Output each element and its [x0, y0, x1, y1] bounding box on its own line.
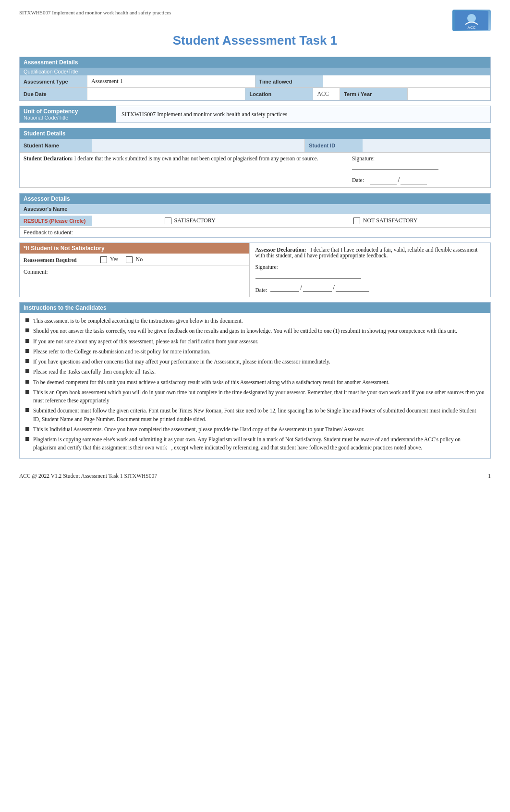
reassessment-label: Reassessment Required — [24, 257, 96, 263]
header-subtitle: SITXWHS007 Implement and monitor work he… — [19, 10, 171, 15]
instructions-section: Instructions to the Candidates This asse… — [19, 302, 491, 459]
uoc-national-code-label: National Code/Title — [24, 115, 112, 121]
assessor-date-label: Date: — [255, 287, 267, 293]
assessor-declaration-panel: Assessor Declaration: I declare that I h… — [250, 243, 491, 297]
assessor-signature-area: Signature: — [255, 264, 485, 279]
assessment-details-header: Assessment Details — [20, 57, 490, 68]
student-name-input[interactable] — [92, 139, 305, 152]
satisfactory-option[interactable]: SATISFACTORY — [165, 217, 216, 224]
not-satisfactory-section: *If Student is Not Satisfactory Reassess… — [19, 242, 491, 297]
bullet-icon — [25, 380, 29, 384]
due-date-value — [87, 88, 245, 100]
not-satisfactory-checkbox[interactable] — [353, 218, 360, 224]
student-details-section: Student Details Student Name Student ID … — [19, 128, 491, 188]
time-allowed-label: Time allowed — [255, 75, 323, 87]
assessment-type-label: Assessment Type — [20, 75, 87, 87]
not-sat-inner: *If Student is Not Satisfactory Reassess… — [20, 243, 490, 297]
bullet-icon — [25, 328, 29, 332]
qualification-label: Qualification Code/Title — [20, 68, 490, 75]
time-allowed-value — [323, 75, 491, 87]
declaration-body: I declare that the work submitted is my … — [74, 156, 318, 161]
assessor-details-section: Assessor Details Assessor's Name RESULTS… — [19, 193, 491, 238]
list-item: Plagiarism is copying someone else's wor… — [25, 436, 485, 452]
location-label: Location — [245, 88, 313, 100]
comment-area: Comment: — [20, 266, 249, 290]
date-area: Date: / — [352, 174, 486, 184]
footer-left: ACC @ 2022 V1.2 Student Assessment Task … — [19, 473, 157, 479]
uoc-header: Unit of Competency National Code/Title — [20, 106, 116, 122]
satisfactory-checkbox[interactable] — [165, 218, 171, 224]
assessor-details-header: Assessor Details — [20, 194, 490, 204]
comment-label: Comment: — [24, 268, 48, 275]
uoc-title: Unit of Competency — [24, 108, 112, 115]
due-date-label: Due Date — [20, 88, 87, 100]
not-sat-header: *If Student is Not Satisfactory — [20, 243, 249, 254]
no-option[interactable]: No — [126, 256, 143, 263]
assessors-name-label: Assessor's Name — [20, 204, 490, 214]
date-label: Date: — [352, 177, 364, 183]
no-checkbox[interactable] — [126, 256, 133, 263]
instructions-list: This assessment is to be completed accor… — [25, 317, 485, 452]
bullet-icon — [25, 427, 29, 431]
bullet-icon — [25, 408, 29, 412]
signature-input[interactable] — [352, 161, 438, 170]
svg-point-1 — [467, 14, 476, 23]
assessment-type-value: Assessment 1 — [87, 75, 255, 87]
satisfactory-label: SATISFACTORY — [174, 217, 216, 224]
bullet-icon — [25, 390, 29, 394]
page-header: SITXWHS007 Implement and monitor work he… — [19, 10, 491, 31]
results-label: RESULTS (Please Circle) — [20, 216, 92, 226]
student-declaration-text: Student Declaration: I declare that the … — [24, 156, 342, 184]
no-label: No — [135, 256, 143, 263]
yes-checkbox[interactable] — [100, 256, 107, 263]
page-footer: ACC @ 2022 V1.2 Student Assessment Task … — [19, 473, 491, 479]
page-title: Student Assessment Task 1 — [19, 33, 491, 48]
unit-of-competency-section: Unit of Competency National Code/Title S… — [19, 106, 491, 123]
bullet-icon — [25, 339, 29, 343]
term-year-label: Term / Year — [340, 88, 407, 100]
list-item: If you are not sure about any aspect of … — [25, 338, 485, 346]
student-name-label: Student Name — [20, 139, 92, 152]
bullet-icon — [25, 437, 29, 441]
bullet-icon — [25, 318, 29, 322]
declaration-label: Student Declaration: — [24, 156, 73, 161]
student-declaration-row: Student Declaration: I declare that the … — [20, 153, 490, 188]
not-sat-left-panel: *If Student is Not Satisfactory Reassess… — [20, 243, 250, 297]
yes-label: Yes — [110, 256, 118, 263]
list-item: If you have questions and other concerns… — [25, 358, 485, 366]
student-signature-area: Signature: Date: / — [352, 156, 486, 184]
list-item: This is an Open book assessment which yo… — [25, 388, 485, 405]
assessor-date-area: Date: / / — [255, 283, 485, 293]
assessor-signature-input[interactable] — [255, 270, 361, 279]
instructions-header: Instructions to the Candidates — [20, 303, 490, 313]
results-row: RESULTS (Please Circle) SATISFACTORY NOT… — [20, 214, 490, 228]
list-item: To be deemed competent for this unit you… — [25, 378, 485, 387]
student-details-header: Student Details — [20, 128, 490, 139]
assessor-declaration-label: Assessor Declaration: — [255, 247, 306, 253]
instructions-body: This assessment is to be completed accor… — [20, 313, 490, 458]
list-item: This is Individual Assessments. Once you… — [25, 425, 485, 434]
list-item: Should you not answer the tasks correctl… — [25, 327, 485, 335]
list-item: This assessment is to be completed accor… — [25, 317, 485, 325]
svg-text:ACC: ACC — [468, 25, 476, 30]
list-item: Submitted document must follow the given… — [25, 407, 485, 424]
uoc-code-value: SITXWHS007 Implement and monitor work he… — [116, 106, 490, 122]
assessor-sig-label: Signature: — [255, 264, 485, 270]
assessor-date-input: / / — [270, 283, 369, 292]
assessor-declaration-text: Assessor Declaration: I declare that I h… — [255, 247, 485, 258]
assessment-details-section: Assessment Details Qualification Code/Ti… — [19, 57, 491, 101]
yes-option[interactable]: Yes — [100, 256, 118, 263]
date-input: / — [365, 176, 427, 184]
bullet-icon — [25, 349, 29, 353]
student-id-input[interactable] — [363, 139, 490, 152]
not-satisfactory-option[interactable]: NOT SATISFACTORY — [353, 217, 418, 224]
term-year-value — [407, 88, 490, 100]
feedback-label: Feedback to student: — [20, 228, 490, 237]
not-satisfactory-label: NOT SATISFACTORY — [363, 217, 418, 224]
results-options: SATISFACTORY NOT SATISFACTORY — [92, 214, 490, 227]
bullet-icon — [25, 359, 29, 363]
student-id-label: Student ID — [305, 139, 363, 152]
list-item: Please refer to the College re-submissio… — [25, 348, 485, 356]
bullet-icon — [25, 369, 29, 373]
list-item: Please read the Tasks carefully then com… — [25, 368, 485, 376]
